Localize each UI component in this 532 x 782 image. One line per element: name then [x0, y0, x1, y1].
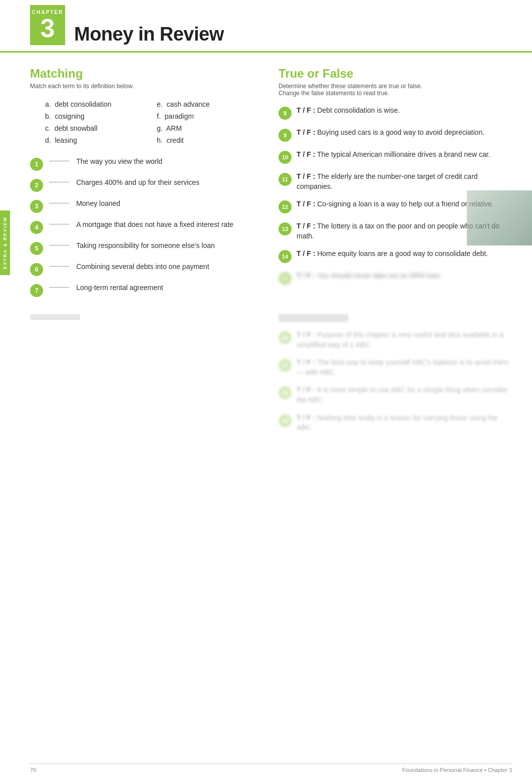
tf-num-12: 12 — [279, 200, 292, 213]
bottom-section: 16 T / F : Purpose of this chapter is ve… — [0, 314, 532, 451]
term-a: a. debt consolidation — [45, 99, 152, 110]
match-num-3: 3 — [30, 200, 43, 213]
matching-item-5: 5 Taking responsibility for someone else… — [30, 241, 263, 255]
term-f: f. paradigm — [157, 111, 263, 122]
matching-items: 1 The way you view the world 2 Charges 4… — [30, 157, 263, 297]
match-text-7: Long-term rental agreement — [76, 284, 163, 292]
match-text-3: Money loaned — [76, 199, 120, 207]
matching-item-1: 1 The way you view the world — [30, 157, 263, 171]
tf-item-blurred-18: 18 T / F : It is more simple to use ABC … — [279, 385, 512, 405]
main-content: Matching Match each term to its definiti… — [0, 53, 532, 314]
bottom-left — [30, 314, 263, 441]
decorative-image — [467, 190, 532, 245]
tf-text-blurred-17: T / F : The best way to keep yourself AB… — [297, 358, 512, 377]
tf-text-11: T / F : The elderly are the number-one t… — [297, 172, 512, 191]
chapter-block: CHAPTER 3 — [30, 5, 65, 45]
matching-title: Matching — [30, 67, 263, 81]
matching-item-7: 7 Long-term rental agreement — [30, 283, 263, 297]
tf-num-blurred-19: 19 — [279, 414, 292, 427]
tf-text-14: T / F : Home equity loans are a good way… — [297, 249, 488, 259]
tf-item-9: 9 T / F : Buying used cars is a good way… — [279, 128, 512, 142]
tf-subtitle: Determine whether these statements are t… — [279, 83, 512, 97]
match-text-1: The way you view the world — [76, 157, 162, 165]
tf-section: True or False Determine whether these st… — [279, 67, 512, 304]
tf-item-11: 11 T / F : The elderly are the number-on… — [279, 172, 512, 191]
match-num-6: 6 — [30, 263, 43, 276]
chapter-number: 3 — [41, 15, 55, 41]
match-text-2: Charges 400% and up for their services — [76, 178, 199, 186]
term-e: e. cash advance — [157, 99, 263, 110]
footer-title: Foundations in Personal Finance • Chapte… — [402, 767, 512, 773]
tf-num-14: 14 — [279, 250, 292, 263]
tf-item-blurred-19: 19 T / F : Nothing else really is a reas… — [279, 413, 512, 433]
tf-num-10: 10 — [279, 151, 292, 164]
tf-num-11: 11 — [279, 173, 292, 186]
page-footer: 70 Foundations in Personal Finance • Cha… — [30, 763, 512, 773]
page-header: CHAPTER 3 Money in Review — [0, 0, 532, 53]
tf-num-15: 15 — [279, 272, 292, 285]
page: CHAPTER 3 Money in Review EXTRA & REVIEW… — [0, 0, 532, 782]
match-blank-2 — [49, 182, 69, 182]
footer-page-num: 70 — [30, 767, 36, 773]
page-title: Money in Review — [74, 24, 224, 45]
tf-text-blurred-18: T / F : It is more simple to use ABC for… — [297, 385, 512, 405]
tf-text-12: T / F : Co-signing a loan is a way to he… — [297, 199, 494, 209]
match-blank-1 — [49, 161, 69, 161]
match-text-6: Combining several debts into one payment — [76, 263, 209, 271]
tf-text-blurred-16: T / F : Purpose of this chapter is very … — [297, 330, 512, 350]
term-c: c. debt snowball — [45, 123, 152, 134]
tf-item-blurred-16: 16 T / F : Purpose of this chapter is ve… — [279, 330, 512, 350]
tf-item-15: 15 T / F : You should never take out an … — [279, 271, 512, 285]
tf-text-blurred-19: T / F : Nothing else really is a reason … — [297, 413, 512, 433]
tf-num-blurred-16: 16 — [279, 331, 292, 344]
tf-item-10: 10 T / F : The typical American milliona… — [279, 150, 512, 164]
tf-text-8: T / F : Debt consolidation is wise. — [297, 106, 400, 116]
match-text-5: Taking responsibility for someone else's… — [76, 241, 215, 249]
matching-subtitle: Match each term to its definition below. — [30, 83, 263, 90]
match-blank-6 — [49, 266, 69, 267]
matching-item-3: 3 Money loaned — [30, 199, 263, 213]
tf-text-15: T / F : You should never take out an ARM… — [297, 271, 442, 281]
match-num-4: 4 — [30, 221, 43, 234]
tf-num-8: 8 — [279, 107, 292, 120]
match-num-5: 5 — [30, 242, 43, 255]
tf-num-13: 13 — [279, 222, 292, 235]
tf-num-blurred-17: 17 — [279, 359, 292, 372]
match-num-1: 1 — [30, 158, 43, 171]
tf-text-10: T / F : The typical American millionaire… — [297, 150, 490, 160]
term-g: g. ARM — [157, 123, 263, 134]
matching-item-4: 4 A mortgage that does not have a fixed … — [30, 220, 263, 234]
term-d: d. leasing — [45, 135, 152, 146]
tf-num-9: 9 — [279, 129, 292, 142]
tf-num-blurred-18: 18 — [279, 386, 292, 399]
bottom-right: 16 T / F : Purpose of this chapter is ve… — [279, 314, 512, 441]
tf-text-9: T / F : Buying used cars is a good way t… — [297, 128, 484, 138]
match-blank-3 — [49, 203, 69, 203]
match-num-7: 7 — [30, 284, 43, 297]
matching-item-2: 2 Charges 400% and up for their services — [30, 178, 263, 192]
match-blank-7 — [49, 287, 69, 288]
tf-title: True or False — [279, 67, 512, 81]
sidebar-tab: EXTRA & REVIEW — [0, 210, 10, 275]
match-blank-4 — [49, 224, 69, 224]
match-num-2: 2 — [30, 179, 43, 192]
match-text-4: A mortgage that does not have a fixed in… — [76, 220, 233, 228]
tf-item-blurred-17: 17 T / F : The best way to keep yourself… — [279, 358, 512, 377]
tf-item-8: 8 T / F : Debt consolidation is wise. — [279, 106, 512, 120]
tf-item-14: 14 T / F : Home equity loans are a good … — [279, 249, 512, 263]
matching-item-6: 6 Combining several debts into one payme… — [30, 262, 263, 276]
matching-section: Matching Match each term to its definiti… — [30, 67, 263, 304]
terms-grid: a. debt consolidation e. cash advance b.… — [30, 99, 263, 146]
match-blank-5 — [49, 245, 69, 245]
term-b: b. cosigning — [45, 111, 152, 122]
term-h: h. credit — [157, 135, 263, 146]
